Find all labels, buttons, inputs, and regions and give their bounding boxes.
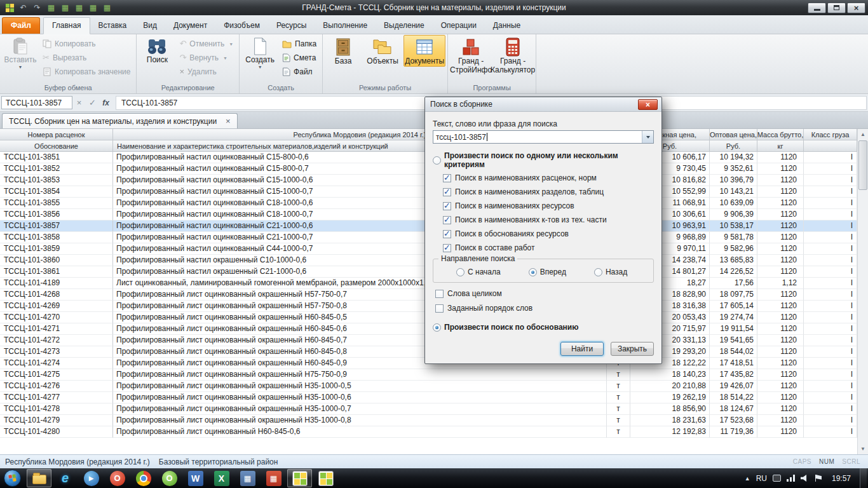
criteria-checkbox[interactable]: Поиск в составе работ — [443, 243, 654, 252]
table-row[interactable]: ТССЦ-101-4276Профилированный лист оцинко… — [0, 381, 868, 392]
cell-reference-box[interactable]: ТССЦ-101-3857 — [1, 96, 72, 109]
grand-stroyinfo-button[interactable]: Гранд - СтройИнфо — [450, 35, 492, 76]
search-button[interactable]: Поиск — [139, 35, 175, 65]
confirm-entry-button[interactable]: ✓ — [86, 96, 99, 109]
create-folder-button[interactable]: Папка — [278, 37, 320, 51]
action-center-tray-icon[interactable] — [815, 475, 823, 482]
taskbar-app-red-app[interactable]: ▦ — [261, 469, 286, 487]
documents-mode-button[interactable]: Документы — [403, 35, 445, 67]
taskbar-app-opera[interactable]: O — [105, 469, 130, 487]
whole-words-checkbox[interactable]: Слова целиком — [435, 289, 654, 298]
tab-close-icon[interactable]: × — [226, 116, 231, 126]
ribbon-tab-physvolume[interactable]: Физобъем — [215, 18, 268, 34]
base-mode-button[interactable]: База — [325, 35, 362, 67]
vertical-scrollbar[interactable]: ▲ ▼ — [857, 129, 868, 454]
table-row[interactable]: ТССЦ-101-4280Профилированный лист оцинко… — [0, 426, 868, 438]
direction-radio[interactable]: Вперед — [529, 268, 566, 276]
scroll-up-icon[interactable]: ▲ — [858, 129, 868, 140]
maximize-button[interactable] — [827, 3, 846, 13]
tray-expand-icon[interactable]: ▲ — [745, 475, 750, 482]
direction-radio[interactable]: С начала — [456, 268, 501, 276]
ribbon-tab-resources[interactable]: Ресурсы — [268, 18, 315, 34]
close-window-button[interactable]: × — [847, 3, 865, 13]
network-tray-icon[interactable] — [787, 475, 795, 482]
criteria-checkbox[interactable]: Поиск в наименованиях ресурсов — [443, 201, 654, 210]
header-wholesale-price-2[interactable]: Руб. — [710, 140, 757, 152]
undo-button[interactable]: ↶Отменить▼ — [175, 37, 237, 51]
table-row[interactable]: ТССЦ-101-4279Профилированный лист оцинко… — [0, 415, 868, 426]
header-justification[interactable]: Обоснование — [0, 140, 113, 152]
taskbar-app-excel[interactable]: X — [209, 469, 234, 487]
dialog-close-button[interactable]: × — [638, 99, 658, 110]
header-gross-mass[interactable]: Масса брутто, — [757, 129, 804, 140]
redo-icon[interactable]: ↷ — [32, 3, 42, 13]
table-row[interactable]: ТССЦ-101-4275Профилированный лист оцинко… — [0, 369, 868, 381]
create-file-button[interactable]: Файл — [278, 65, 320, 79]
redo-button[interactable]: ↷Вернуть▼ — [175, 51, 237, 65]
direction-radio[interactable]: Назад — [594, 268, 627, 276]
ribbon-tab-document[interactable]: Документ — [165, 18, 215, 34]
function-button[interactable]: fx — [99, 96, 112, 109]
cancel-entry-button[interactable]: × — [72, 96, 86, 109]
criteria-checkbox[interactable]: Поиск в обоснованиях ресурсов — [443, 229, 654, 238]
ribbon-tab-data[interactable]: Данные — [485, 18, 529, 34]
header-cargo-class-2[interactable] — [804, 140, 857, 152]
undo-icon[interactable]: ↶ — [18, 3, 28, 13]
taskbar-app-word[interactable]: W — [183, 469, 208, 487]
copy-button[interactable]: Копировать — [39, 37, 134, 51]
start-button[interactable] — [4, 470, 21, 487]
ribbon-tab-home[interactable]: Главная — [43, 17, 90, 34]
shortcut-2-icon[interactable]: ▦ — [60, 3, 70, 13]
cut-button[interactable]: ✂Вырезать — [39, 51, 134, 65]
ribbon-tab-file[interactable]: Файл — [2, 17, 40, 34]
taskbar-app-blue-tile-app[interactable]: ▦ — [235, 469, 260, 487]
taskbar-app-green-browser[interactable]: O — [157, 469, 182, 487]
language-indicator[interactable]: RU — [756, 474, 767, 483]
taskbar-app-internet-explorer[interactable]: e — [53, 469, 78, 487]
ribbon-tab-insert[interactable]: Вставка — [90, 18, 135, 34]
search-input[interactable]: тссц-101-3857 — [433, 130, 654, 144]
scrollbar-thumb[interactable] — [858, 140, 867, 190]
app-icon[interactable] — [5, 3, 15, 13]
scroll-down-icon[interactable]: ▼ — [858, 444, 868, 454]
shortcut-1-icon[interactable]: ▦ — [46, 3, 56, 13]
shortcut-3-icon[interactable]: ▦ — [74, 3, 84, 13]
dialog-close-action-button[interactable]: Закрыть — [611, 342, 654, 356]
shortcut-5-icon[interactable]: ▦ — [102, 3, 112, 13]
header-gross-mass-2[interactable]: кг — [757, 140, 804, 152]
clock[interactable]: 19:57 — [832, 474, 851, 483]
shortcut-4-icon[interactable]: ▦ — [88, 3, 98, 13]
copy-value-button[interactable]: Копировать значение — [39, 65, 134, 79]
table-row[interactable]: ТССЦ-101-4278Профилированный лист оцинко… — [0, 403, 868, 415]
objects-mode-button[interactable]: Объекты — [362, 35, 403, 67]
header-codes[interactable]: Номера расценок — [0, 129, 113, 140]
minimize-button[interactable] — [808, 3, 826, 13]
show-desktop-button[interactable] — [860, 468, 867, 488]
header-wholesale-price[interactable]: Оптовая цена, — [710, 129, 757, 140]
ribbon-tab-view[interactable]: Вид — [135, 18, 165, 34]
delete-button[interactable]: ×Удалить — [175, 65, 237, 79]
ribbon-tab-selection[interactable]: Выделение — [376, 18, 433, 34]
dialog-titlebar[interactable]: Поиск в сборнике × — [425, 97, 661, 112]
header-cargo-class[interactable]: Класс груза — [804, 129, 857, 140]
paste-button[interactable]: Вставить ▼ — [2, 35, 39, 71]
create-button[interactable]: Создать ▼ — [241, 35, 278, 71]
taskbar-app-chrome[interactable] — [131, 469, 156, 487]
taskbar-app-grand-smeta[interactable] — [287, 469, 312, 487]
by-justification-radio[interactable]: Произвести поиск по обоснованию — [433, 323, 654, 332]
taskbar-app-explorer[interactable] — [27, 469, 51, 487]
grand-calculator-button[interactable]: Гранд - Калькулятор — [492, 35, 534, 76]
taskbar-app-grand-smeta-2[interactable] — [313, 469, 338, 487]
criteria-checkbox[interactable]: Поиск в наименованиях к-тов из тех. част… — [443, 215, 654, 224]
ribbon-tab-operations[interactable]: Операции — [433, 18, 485, 34]
ribbon-tab-execution[interactable]: Выполнение — [315, 18, 376, 34]
create-estimate-button[interactable]: Смета — [278, 51, 320, 65]
monitor-tray-icon[interactable] — [773, 475, 781, 482]
document-tab[interactable]: ТССЦ. Сборник цен на материалы, изделия … — [2, 113, 238, 128]
volume-tray-icon[interactable] — [801, 475, 809, 482]
table-row[interactable]: ТССЦ-101-4277Профилированный лист оцинко… — [0, 392, 868, 403]
criteria-radio[interactable]: Произвести поиск по одному или нескольки… — [433, 151, 654, 169]
criteria-checkbox[interactable]: Поиск в наименованиях расценок, норм — [443, 173, 654, 182]
criteria-checkbox[interactable]: Поиск в наименованиях разделов, таблиц — [443, 187, 654, 196]
word-order-checkbox[interactable]: Заданный порядок слов — [435, 304, 654, 313]
